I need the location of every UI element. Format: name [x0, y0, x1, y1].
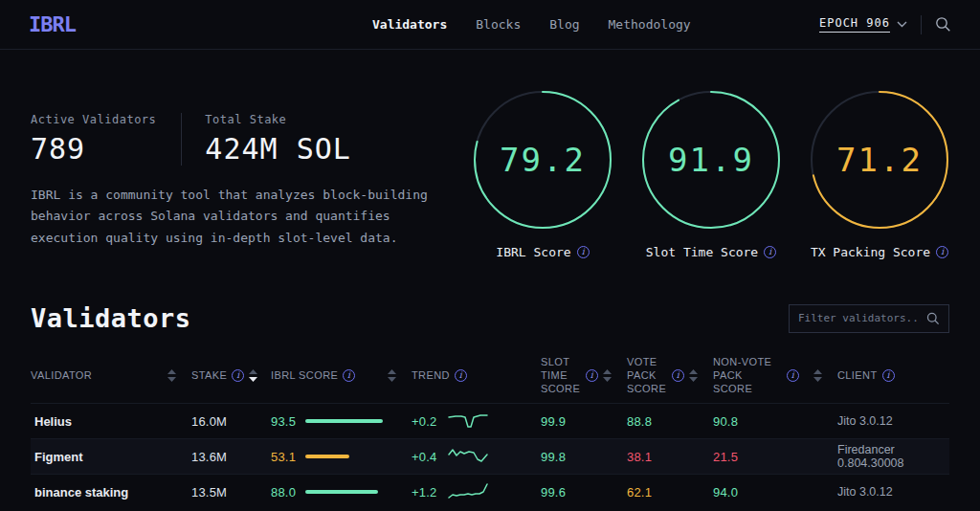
sort-icon[interactable] — [813, 369, 822, 382]
info-icon[interactable]: i — [936, 246, 948, 258]
filter-validators-input[interactable] — [798, 312, 921, 324]
gauge-ibrl-score: 79.2 IBRL Scorei — [471, 88, 614, 259]
column-header-stake[interactable]: STAKEi — [191, 369, 271, 383]
trend-value: +0.2 — [412, 414, 436, 429]
gauge-ring: 91.9 — [639, 88, 783, 232]
gauge-slot-time-score: 91.9 Slot Time Scorei — [639, 88, 783, 259]
gauge-tx-packing-score: 71.2 TX Packing Scorei — [808, 88, 951, 259]
client-version: Jito 3.0.12 — [837, 414, 949, 428]
gauge-label: TX Packing Score — [811, 245, 930, 259]
gauge-ring: 79.2 — [471, 88, 614, 232]
column-header-validator[interactable]: VALIDATOR — [31, 369, 191, 383]
app-description: IBRL is a community tool that analyzes b… — [31, 185, 442, 249]
slot-time-score: 99.6 — [541, 485, 627, 500]
gauge-label: IBRL Score — [496, 245, 570, 259]
table-body: Helius 16.0M 93.5 +0.2 99.9 88.8 90.8 Ji… — [31, 403, 949, 509]
nav-right: EPOCH 906 — [819, 15, 951, 34]
trend-value: +1.2 — [412, 485, 436, 500]
info-icon[interactable]: i — [586, 369, 598, 382]
trend-cell: +1.2 — [412, 481, 541, 502]
ibrl-score-value: 53.1 — [271, 450, 296, 464]
trend-cell: +0.4 — [412, 446, 541, 467]
trend-value: +0.4 — [412, 450, 436, 464]
table-row[interactable]: Figment 13.6M 53.1 +0.4 99.8 38.1 21.5 F… — [31, 438, 949, 474]
vote-pack-score: 62.1 — [627, 485, 713, 500]
sort-icon[interactable] — [689, 369, 698, 382]
stat-value: 424M SOL — [205, 132, 351, 166]
section-title: Validators — [31, 303, 191, 333]
ibrl-score-cell: 53.1 — [271, 450, 412, 464]
filter-validators-box — [789, 304, 949, 333]
ibrl-score-value: 93.5 — [271, 414, 296, 429]
info-icon[interactable]: i — [455, 369, 467, 382]
score-gauges: 79.2 IBRL Scorei 91.9 Slot Time Scorei 7… — [471, 88, 951, 259]
app-logo[interactable]: IBRL — [29, 12, 76, 36]
sort-icon[interactable] — [603, 369, 612, 382]
hero-left: Active Validators 789 Total Stake 424M S… — [31, 113, 442, 259]
column-label: VALIDATOR — [31, 369, 92, 383]
epoch-label: EPOCH 906 — [819, 16, 890, 33]
nav-link-blocks[interactable]: Blocks — [476, 17, 521, 32]
stat-value: 789 — [31, 132, 156, 166]
trend-sparkline — [448, 446, 488, 467]
validators-table: VALIDATOR STAKEi IBRL SCOREi TRENDiSLOT … — [31, 352, 949, 509]
search-icon — [935, 16, 951, 33]
validator-name[interactable]: Figment — [31, 450, 191, 464]
stat-label: Active Validators — [31, 113, 156, 126]
info-icon[interactable]: i — [232, 369, 244, 382]
sort-icon[interactable] — [167, 369, 176, 382]
ibrl-score-bar — [305, 455, 388, 458]
column-header-ibrl-score[interactable]: IBRL SCOREi — [271, 369, 412, 383]
top-nav: IBRL Validators Blocks Blog Methodology … — [0, 0, 980, 50]
sort-icon[interactable] — [388, 369, 396, 382]
column-header-slot-time-score[interactable]: SLOT TIME SCOREi — [541, 356, 627, 395]
column-label: CLIENT — [837, 369, 878, 383]
hero-section: Active Validators 789 Total Stake 424M S… — [0, 50, 980, 259]
ibrl-score-value: 88.0 — [271, 485, 296, 500]
client-version: Firedancer 0.804.30008 — [837, 443, 949, 470]
info-icon[interactable]: i — [764, 246, 776, 258]
column-header-trend: TRENDi — [412, 369, 541, 383]
column-label: VOTE PACK SCORE — [627, 356, 667, 395]
table-row[interactable]: binance staking 13.5M 88.0 +1.2 99.6 62.… — [31, 474, 949, 509]
stake-value: 13.5M — [191, 485, 271, 500]
ibrl-score-cell: 88.0 — [271, 485, 412, 500]
gauge-value: 79.2 — [500, 141, 586, 179]
stat-active-validators: Active Validators 789 — [31, 113, 181, 166]
ibrl-score-cell: 93.5 — [271, 414, 412, 429]
slot-time-score: 99.9 — [541, 414, 627, 429]
validators-section: Validators VALIDATOR STAKEi IBRL SCOREi … — [0, 303, 980, 509]
info-icon[interactable]: i — [577, 246, 590, 258]
main-nav: Validators Blocks Blog Methodology — [372, 17, 691, 32]
trend-sparkline — [448, 411, 488, 432]
non-vote-pack-score: 21.5 — [713, 450, 837, 464]
nav-link-blog[interactable]: Blog — [549, 17, 579, 32]
sort-icon[interactable] — [249, 369, 257, 382]
info-icon[interactable]: i — [343, 369, 355, 382]
column-header-vote-pack-score[interactable]: VOTE PACK SCOREi — [627, 356, 713, 395]
nav-link-validators[interactable]: Validators — [372, 17, 447, 32]
slot-time-score: 99.8 — [541, 450, 627, 464]
ibrl-score-bar — [305, 490, 388, 494]
gauge-value: 91.9 — [668, 141, 754, 179]
column-header-non-vote-pack-score[interactable]: NON-VOTE PACK SCOREi — [713, 356, 837, 395]
non-vote-pack-score: 94.0 — [713, 485, 837, 500]
info-icon[interactable]: i — [787, 369, 799, 382]
column-label: STAKE — [191, 369, 227, 383]
column-label: NON-VOTE PACK SCORE — [713, 356, 782, 395]
search-button[interactable] — [935, 16, 951, 33]
vote-pack-score: 38.1 — [627, 450, 713, 464]
gauge-value: 71.2 — [836, 141, 923, 179]
nav-link-methodology[interactable]: Methodology — [609, 17, 691, 32]
client-version: Jito 3.0.12 — [837, 485, 949, 499]
validator-name[interactable]: binance staking — [31, 485, 191, 500]
info-icon[interactable]: i — [882, 369, 895, 382]
table-row[interactable]: Helius 16.0M 93.5 +0.2 99.9 88.8 90.8 Ji… — [31, 403, 949, 438]
validator-name[interactable]: Helius — [31, 414, 191, 429]
info-icon[interactable]: i — [672, 369, 684, 382]
stat-label: Total Stake — [205, 113, 351, 126]
trend-sparkline — [448, 481, 488, 502]
epoch-selector[interactable]: EPOCH 906 — [819, 16, 907, 33]
non-vote-pack-score: 90.8 — [713, 414, 837, 429]
trend-cell: +0.2 — [412, 411, 541, 432]
